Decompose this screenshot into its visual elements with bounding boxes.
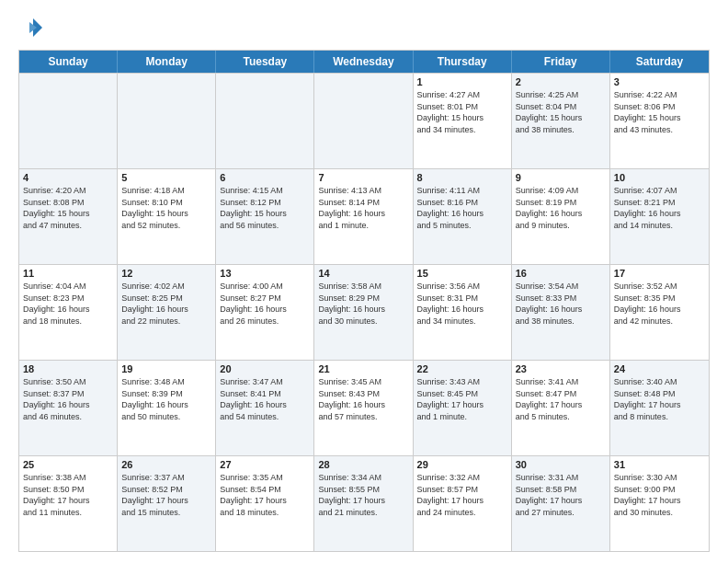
weekday-header: Wednesday: [314, 51, 413, 73]
calendar-cell: 11Sunrise: 4:04 AM Sunset: 8:23 PM Dayli…: [19, 265, 118, 360]
cell-text: Sunrise: 4:27 AM Sunset: 8:01 PM Dayligh…: [417, 89, 507, 135]
cell-text: Sunrise: 3:40 AM Sunset: 8:48 PM Dayligh…: [614, 376, 705, 422]
cell-text: Sunrise: 3:43 AM Sunset: 8:45 PM Dayligh…: [417, 376, 507, 422]
day-number: 10: [614, 172, 705, 183]
calendar-cell: 18Sunrise: 3:50 AM Sunset: 8:37 PM Dayli…: [19, 361, 118, 455]
calendar-cell: 19Sunrise: 3:48 AM Sunset: 8:39 PM Dayli…: [118, 361, 216, 455]
calendar-cell: [118, 74, 216, 168]
calendar-cell: 14Sunrise: 3:58 AM Sunset: 8:29 PM Dayli…: [314, 265, 413, 360]
day-number: 2: [516, 76, 606, 87]
calendar-cell: 30Sunrise: 3:31 AM Sunset: 8:58 PM Dayli…: [512, 456, 610, 551]
cell-text: Sunrise: 4:20 AM Sunset: 8:08 PM Dayligh…: [23, 185, 113, 231]
day-number: 19: [121, 363, 211, 374]
calendar-row: 11Sunrise: 4:04 AM Sunset: 8:23 PM Dayli…: [19, 264, 709, 360]
calendar-cell: 28Sunrise: 3:34 AM Sunset: 8:55 PM Dayli…: [314, 456, 413, 551]
cell-text: Sunrise: 3:47 AM Sunset: 8:41 PM Dayligh…: [220, 376, 310, 422]
day-number: 28: [318, 459, 408, 470]
cell-text: Sunrise: 3:50 AM Sunset: 8:37 PM Dayligh…: [23, 376, 113, 422]
day-number: 7: [318, 172, 408, 183]
calendar-cell: 20Sunrise: 3:47 AM Sunset: 8:41 PM Dayli…: [216, 361, 314, 455]
cell-text: Sunrise: 3:30 AM Sunset: 9:00 PM Dayligh…: [614, 472, 705, 518]
calendar-cell: 10Sunrise: 4:07 AM Sunset: 8:21 PM Dayli…: [610, 169, 709, 264]
calendar-cell: 3Sunrise: 4:22 AM Sunset: 8:06 PM Daylig…: [610, 74, 709, 168]
calendar-cell: 15Sunrise: 3:56 AM Sunset: 8:31 PM Dayli…: [414, 265, 512, 360]
day-number: 11: [23, 268, 113, 279]
cell-text: Sunrise: 4:11 AM Sunset: 8:16 PM Dayligh…: [417, 185, 507, 231]
day-number: 8: [417, 172, 507, 183]
day-number: 21: [318, 363, 408, 374]
calendar-cell: 25Sunrise: 3:38 AM Sunset: 8:50 PM Dayli…: [19, 456, 118, 551]
cell-text: Sunrise: 3:31 AM Sunset: 8:58 PM Dayligh…: [516, 472, 606, 518]
calendar-cell: [314, 74, 413, 168]
cell-text: Sunrise: 3:45 AM Sunset: 8:43 PM Dayligh…: [318, 376, 408, 422]
calendar-cell: 2Sunrise: 4:25 AM Sunset: 8:04 PM Daylig…: [512, 74, 610, 168]
cell-text: Sunrise: 4:25 AM Sunset: 8:04 PM Dayligh…: [516, 89, 606, 135]
cell-text: Sunrise: 3:54 AM Sunset: 8:33 PM Dayligh…: [516, 281, 606, 327]
calendar-header: SundayMondayTuesdayWednesdayThursdayFrid…: [19, 51, 709, 73]
calendar-cell: 6Sunrise: 4:15 AM Sunset: 8:12 PM Daylig…: [216, 169, 314, 264]
calendar-cell: 13Sunrise: 4:00 AM Sunset: 8:27 PM Dayli…: [216, 265, 314, 360]
weekday-header: Saturday: [610, 51, 709, 73]
cell-text: Sunrise: 3:34 AM Sunset: 8:55 PM Dayligh…: [318, 472, 408, 518]
calendar-cell: 16Sunrise: 3:54 AM Sunset: 8:33 PM Dayli…: [512, 265, 610, 360]
cell-text: Sunrise: 4:04 AM Sunset: 8:23 PM Dayligh…: [23, 281, 113, 327]
cell-text: Sunrise: 4:22 AM Sunset: 8:06 PM Dayligh…: [614, 89, 705, 135]
calendar-row: 18Sunrise: 3:50 AM Sunset: 8:37 PM Dayli…: [19, 360, 709, 455]
calendar-body: 1Sunrise: 4:27 AM Sunset: 8:01 PM Daylig…: [19, 73, 709, 551]
cell-text: Sunrise: 3:35 AM Sunset: 8:54 PM Dayligh…: [220, 472, 310, 518]
day-number: 20: [220, 363, 310, 374]
day-number: 5: [121, 172, 211, 183]
calendar-cell: 29Sunrise: 3:32 AM Sunset: 8:57 PM Dayli…: [414, 456, 512, 551]
calendar-cell: 22Sunrise: 3:43 AM Sunset: 8:45 PM Dayli…: [414, 361, 512, 455]
cell-text: Sunrise: 4:15 AM Sunset: 8:12 PM Dayligh…: [220, 185, 310, 231]
day-number: 17: [614, 268, 705, 279]
day-number: 4: [23, 172, 113, 183]
weekday-header: Friday: [512, 51, 610, 73]
cell-text: Sunrise: 3:56 AM Sunset: 8:31 PM Dayligh…: [417, 281, 507, 327]
weekday-header: Tuesday: [216, 51, 314, 73]
header: [18, 15, 710, 40]
day-number: 16: [516, 268, 606, 279]
cell-text: Sunrise: 3:32 AM Sunset: 8:57 PM Dayligh…: [417, 472, 507, 518]
day-number: 23: [516, 363, 606, 374]
day-number: 12: [121, 268, 211, 279]
calendar-cell: 12Sunrise: 4:02 AM Sunset: 8:25 PM Dayli…: [118, 265, 216, 360]
cell-text: Sunrise: 4:00 AM Sunset: 8:27 PM Dayligh…: [220, 281, 310, 327]
logo: [18, 15, 48, 40]
calendar-cell: 27Sunrise: 3:35 AM Sunset: 8:54 PM Dayli…: [216, 456, 314, 551]
day-number: 1: [417, 76, 507, 87]
cell-text: Sunrise: 4:07 AM Sunset: 8:21 PM Dayligh…: [614, 185, 705, 231]
calendar-cell: [19, 74, 118, 168]
day-number: 25: [23, 459, 113, 470]
day-number: 31: [614, 459, 705, 470]
calendar-cell: 7Sunrise: 4:13 AM Sunset: 8:14 PM Daylig…: [314, 169, 413, 264]
calendar-cell: 23Sunrise: 3:41 AM Sunset: 8:47 PM Dayli…: [512, 361, 610, 455]
day-number: 13: [220, 268, 310, 279]
calendar-cell: 1Sunrise: 4:27 AM Sunset: 8:01 PM Daylig…: [414, 74, 512, 168]
cell-text: Sunrise: 3:52 AM Sunset: 8:35 PM Dayligh…: [614, 281, 705, 327]
calendar-cell: 31Sunrise: 3:30 AM Sunset: 9:00 PM Dayli…: [610, 456, 709, 551]
day-number: 26: [121, 459, 211, 470]
cell-text: Sunrise: 3:41 AM Sunset: 8:47 PM Dayligh…: [516, 376, 606, 422]
day-number: 3: [614, 76, 705, 87]
calendar-cell: 17Sunrise: 3:52 AM Sunset: 8:35 PM Dayli…: [610, 265, 709, 360]
day-number: 22: [417, 363, 507, 374]
day-number: 6: [220, 172, 310, 183]
weekday-header: Sunday: [19, 51, 118, 73]
day-number: 14: [318, 268, 408, 279]
calendar-cell: [216, 74, 314, 168]
calendar-row: 25Sunrise: 3:38 AM Sunset: 8:50 PM Dayli…: [19, 455, 709, 551]
cell-text: Sunrise: 3:38 AM Sunset: 8:50 PM Dayligh…: [23, 472, 113, 518]
calendar-cell: 26Sunrise: 3:37 AM Sunset: 8:52 PM Dayli…: [118, 456, 216, 551]
cell-text: Sunrise: 4:13 AM Sunset: 8:14 PM Dayligh…: [318, 185, 408, 231]
calendar-cell: 24Sunrise: 3:40 AM Sunset: 8:48 PM Dayli…: [610, 361, 709, 455]
calendar-cell: 21Sunrise: 3:45 AM Sunset: 8:43 PM Dayli…: [314, 361, 413, 455]
calendar-cell: 5Sunrise: 4:18 AM Sunset: 8:10 PM Daylig…: [118, 169, 216, 264]
day-number: 18: [23, 363, 113, 374]
page: SundayMondayTuesdayWednesdayThursdayFrid…: [0, 0, 728, 563]
logo-icon: [18, 15, 44, 40]
cell-text: Sunrise: 3:58 AM Sunset: 8:29 PM Dayligh…: [318, 281, 408, 327]
day-number: 29: [417, 459, 507, 470]
day-number: 9: [516, 172, 606, 183]
calendar-row: 1Sunrise: 4:27 AM Sunset: 8:01 PM Daylig…: [19, 73, 709, 168]
